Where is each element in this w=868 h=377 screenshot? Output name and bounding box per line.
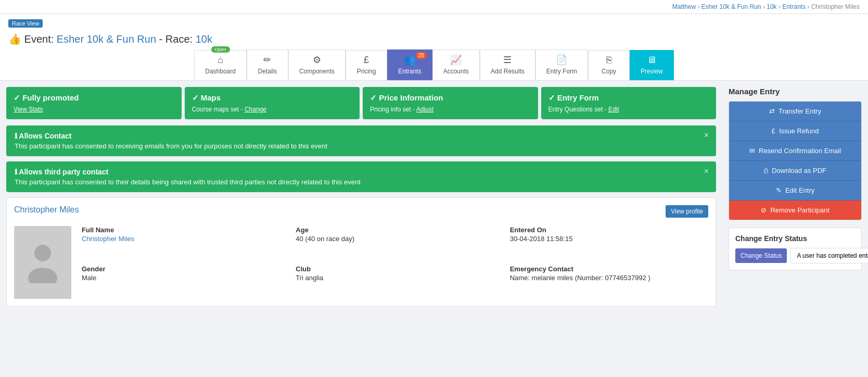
change-status-panel: Change Entry Status Change Status A user…: [729, 228, 862, 270]
breadcrumb-entrants[interactable]: Entrants: [782, 3, 806, 10]
maps-change-link[interactable]: Change: [245, 106, 266, 113]
manage-entry-title: Manage Entry: [729, 87, 862, 96]
fullname-value[interactable]: Christopher Miles: [82, 235, 280, 243]
event-icon: 👍: [8, 33, 21, 45]
fullname-label: Full Name: [82, 226, 280, 234]
detail-enteredon: Entered On 30-04-2018 11:58:15: [510, 226, 708, 260]
remove-participant-button[interactable]: ⊘ Remove Participant: [729, 200, 861, 220]
main-content: ✓ Fully promoted View Stats ✓ Maps Cours…: [0, 81, 722, 313]
tab-preview-label: Preview: [641, 68, 663, 75]
tab-accounts[interactable]: 📈 Accounts: [432, 49, 480, 80]
tab-bar: Open ⌂ Dashboard ✏ Details ⚙ Components …: [8, 49, 860, 80]
event-name: Esher 10k & Fun Run: [57, 33, 156, 45]
detail-emergency: Emergency Contact Name: melanie miles (N…: [510, 265, 708, 299]
addresults-icon: ☰: [503, 54, 512, 66]
dashboard-icon: ⌂: [218, 55, 223, 66]
svg-point-0: [34, 245, 51, 261]
detail-fullname: Full Name Christopher Miles: [82, 226, 280, 260]
details-grid: Full Name Christopher Miles Age 40 (40 o…: [82, 226, 708, 299]
age-value: 40 (40 on race day): [296, 235, 494, 243]
avatar: [14, 226, 71, 299]
alert-third-party-title: ℹ Allows third party contact: [15, 168, 708, 176]
tab-copy[interactable]: ⎘ Copy: [588, 50, 630, 80]
event-title: 👍 Event: Esher 10k & Fun Run - Race: 10k: [8, 33, 860, 45]
breadcrumb-matthew[interactable]: Matthew: [672, 3, 696, 10]
transfer-entry-button[interactable]: ⇄ Transfer Entry: [729, 102, 861, 121]
entry-edit-link[interactable]: Edit: [608, 106, 619, 113]
tab-pricing[interactable]: £ Pricing: [346, 50, 387, 80]
breadcrumb: Matthew › Esher 10k & Fun Run › 10k › En…: [672, 3, 860, 10]
download-pdf-button[interactable]: ⎙ Download as PDF: [729, 161, 861, 181]
detail-gender: Gender Male: [82, 265, 280, 299]
breadcrumb-current: Christopher Miles: [811, 3, 860, 10]
tab-dashboard[interactable]: Open ⌂ Dashboard: [194, 50, 247, 80]
club-value: Tri anglia: [296, 274, 494, 282]
tab-copy-label: Copy: [602, 68, 616, 75]
event-separator: - Race:: [159, 33, 196, 45]
details-icon: ✏: [263, 54, 271, 66]
preview-icon: 🖥: [647, 55, 656, 66]
fully-promoted-sub: View Stats: [14, 106, 174, 113]
emergency-label: Emergency Contact: [510, 265, 708, 273]
open-badge: Open: [211, 46, 230, 53]
price-info-sub: Pricing info set - Adjust: [370, 106, 531, 113]
status-card-fully-promoted: ✓ Fully promoted View Stats: [6, 87, 182, 119]
tab-dashboard-label: Dashboard: [205, 68, 236, 75]
price-info-title: ✓ Price Information: [370, 93, 531, 103]
edit-entry-button[interactable]: ✎ Edit Entry: [729, 181, 861, 200]
tab-accounts-label: Accounts: [443, 68, 469, 75]
emergency-value: Name: melanie miles (Number: 07746537992…: [510, 274, 708, 282]
entry-form-sub: Entry Questions set - Edit: [548, 106, 709, 113]
main-wrapper: ✓ Fully promoted View Stats ✓ Maps Cours…: [0, 81, 868, 313]
race-view-badge: Race View: [8, 19, 43, 28]
gender-value: Male: [82, 274, 280, 282]
maps-title: ✓ Maps: [192, 93, 353, 103]
alert-third-party-close[interactable]: ×: [704, 167, 709, 176]
alert-third-party-body: This participant has consented to their …: [15, 178, 708, 186]
alert-contact-title: ℹ Allows Contact: [15, 132, 708, 140]
alert-third-party: ℹ Allows third party contact This partic…: [6, 161, 716, 192]
event-header: Race View 👍 Event: Esher 10k & Fun Run -…: [0, 14, 868, 81]
tab-components[interactable]: ⚙ Components: [288, 49, 346, 80]
breadcrumb-event[interactable]: Esher 10k & Fun Run: [701, 3, 761, 10]
status-select[interactable]: A user has completed entry Pending Cance…: [790, 248, 868, 263]
price-adjust-link[interactable]: Adjust: [416, 106, 433, 113]
status-card-maps: ✓ Maps Course maps set - Change: [185, 87, 360, 119]
entrants-icon: 👥: [404, 54, 415, 66]
participant-details: Full Name Christopher Miles Age 40 (40 o…: [14, 226, 708, 299]
entry-form-title: ✓ Entry Form: [548, 93, 709, 103]
alert-contact-body: This participant has consented to receiv…: [15, 142, 708, 150]
tab-pricing-label: Pricing: [357, 68, 376, 75]
view-profile-button[interactable]: View profile: [666, 205, 708, 218]
status-card-price-info: ✓ Price Information Pricing info set - A…: [363, 87, 538, 119]
copy-icon: ⎘: [606, 55, 612, 66]
entrants-badge: 28: [416, 52, 427, 59]
tab-entrants[interactable]: 28 👥 Entrants: [387, 49, 432, 80]
detail-age: Age 40 (40 on race day): [296, 226, 494, 260]
alert-contact-close[interactable]: ×: [704, 131, 709, 140]
tab-details-label: Details: [258, 68, 277, 75]
enteredon-value: 30-04-2018 11:58:15: [510, 235, 708, 243]
tab-components-label: Components: [299, 68, 335, 75]
maps-sub: Course maps set - Change: [192, 106, 353, 113]
tab-entryform-label: Entry Form: [546, 68, 577, 75]
tab-preview[interactable]: 🖥 Preview: [630, 50, 674, 80]
components-icon: ⚙: [313, 54, 321, 66]
view-stats-link[interactable]: View Stats: [14, 106, 43, 113]
pricing-icon: £: [364, 55, 369, 66]
fully-promoted-title: ✓ Fully promoted: [14, 93, 174, 103]
detail-club: Club Tri anglia: [296, 265, 494, 299]
svg-point-1: [28, 268, 57, 283]
gender-label: Gender: [82, 265, 280, 273]
tab-addresults[interactable]: ☰ Add Results: [480, 49, 535, 80]
issue-refund-button[interactable]: £ Issue Refund: [729, 121, 861, 141]
tab-entryform[interactable]: 📄 Entry Form: [535, 49, 588, 80]
change-status-button[interactable]: Change Status: [735, 248, 787, 263]
breadcrumb-race[interactable]: 10k: [767, 3, 776, 10]
resend-confirmation-button[interactable]: ✉ Resend Confirmation Email: [729, 141, 861, 161]
tab-details[interactable]: ✏ Details: [247, 49, 288, 80]
sidebar: Manage Entry ⇄ Transfer Entry £ Issue Re…: [722, 81, 868, 313]
change-status-title: Change Entry Status: [735, 234, 855, 243]
status-cards: ✓ Fully promoted View Stats ✓ Maps Cours…: [6, 87, 716, 119]
status-card-entry-form: ✓ Entry Form Entry Questions set - Edit: [541, 87, 717, 119]
